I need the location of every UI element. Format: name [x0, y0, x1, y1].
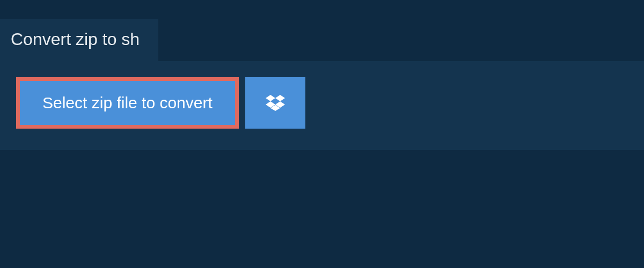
select-file-button[interactable]: Select zip file to convert — [16, 77, 239, 129]
tab-header: Convert zip to sh — [0, 19, 158, 61]
dropbox-button[interactable] — [245, 77, 305, 129]
select-file-label: Select zip file to convert — [42, 94, 213, 112]
dropbox-icon — [266, 93, 285, 113]
main-panel: Select zip file to convert — [0, 61, 644, 150]
button-row: Select zip file to convert — [16, 77, 628, 129]
page-title: Convert zip to sh — [11, 29, 140, 49]
